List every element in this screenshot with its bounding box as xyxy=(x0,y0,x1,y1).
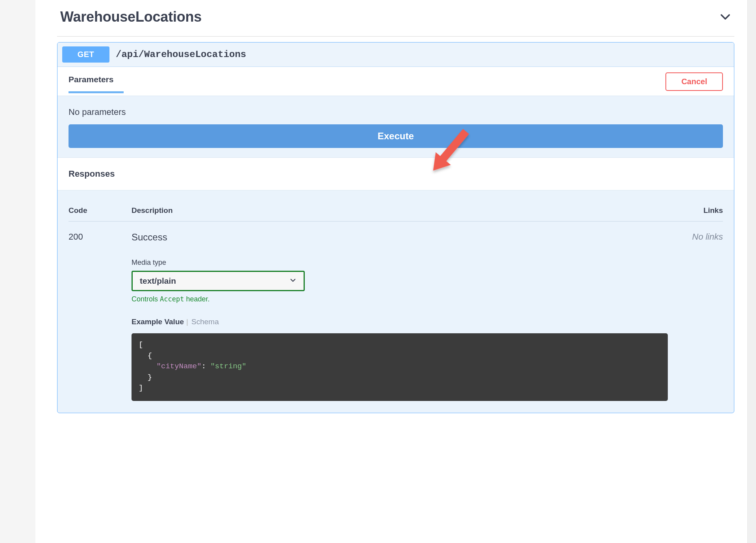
response-links: No links xyxy=(668,232,723,242)
example-value-tab[interactable]: Example Value xyxy=(132,318,184,326)
http-method-badge: GET xyxy=(62,46,109,63)
cancel-button[interactable]: Cancel xyxy=(665,72,723,91)
parameters-tab[interactable]: Parameters xyxy=(69,75,124,93)
responses-table-header: Code Description Links xyxy=(69,206,723,222)
vertical-scrollbar[interactable] xyxy=(747,0,756,543)
accept-header-hint: Controls Accept header. xyxy=(132,295,668,303)
endpoint-path: /api/WarehouseLocations xyxy=(116,49,246,60)
operation-summary[interactable]: GET /api/WarehouseLocations xyxy=(57,42,734,67)
response-row: 200 Success Media type text/plain Contro… xyxy=(69,222,723,401)
media-type-select[interactable]: text/plain xyxy=(132,271,305,291)
no-parameters-text: No parameters xyxy=(69,107,723,117)
media-type-value: text/plain xyxy=(140,276,176,286)
response-description-cell: Success Media type text/plain Controls A… xyxy=(132,232,668,401)
response-description: Success xyxy=(132,232,668,243)
col-description: Description xyxy=(132,206,668,215)
col-links: Links xyxy=(668,206,723,215)
response-code: 200 xyxy=(69,232,132,242)
section-title: WarehouseLocations xyxy=(60,9,202,25)
parameters-body: No parameters xyxy=(57,96,734,124)
example-response-body: [ { "cityName": "string" } ] xyxy=(132,333,668,401)
schema-tab[interactable]: Schema xyxy=(191,318,219,326)
chevron-down-icon xyxy=(289,276,296,286)
operation-block: GET /api/WarehouseLocations Parameters C… xyxy=(57,42,734,413)
section-header[interactable]: WarehouseLocations xyxy=(57,0,734,37)
col-code: Code xyxy=(69,206,132,215)
execute-button[interactable]: Execute xyxy=(69,124,723,148)
responses-heading: Responses xyxy=(57,157,734,190)
parameters-bar: Parameters Cancel xyxy=(57,67,734,96)
media-type-label: Media type xyxy=(132,259,668,267)
chevron-down-icon[interactable] xyxy=(719,11,731,23)
example-schema-switch: Example Value|Schema xyxy=(132,318,668,326)
responses-table: Code Description Links 200 Success Media… xyxy=(57,190,734,413)
